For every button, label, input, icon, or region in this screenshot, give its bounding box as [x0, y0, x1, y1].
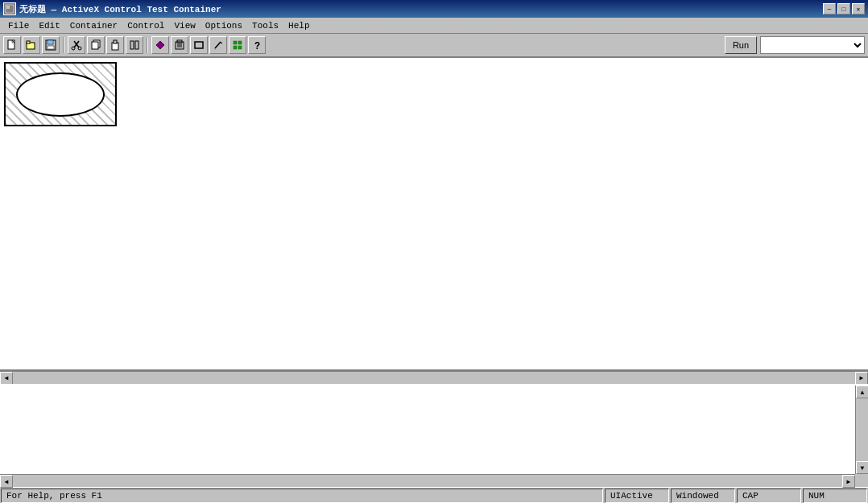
title-bar: 无标题 — ActiveX Control Test Container ─ □… [0, 0, 868, 18]
svg-rect-29 [234, 41, 237, 44]
save-button[interactable] [42, 36, 60, 54]
status-help: For Help, press F1 [1, 489, 603, 503]
properties-button[interactable] [126, 36, 143, 54]
title-bar-text: 无标题 — ActiveX Control Test Container [19, 3, 820, 15]
new-button[interactable] [3, 36, 21, 54]
menu-options[interactable]: Options [200, 19, 247, 32]
svg-rect-25 [195, 42, 203, 48]
svg-rect-32 [238, 46, 242, 49]
svg-rect-18 [135, 41, 138, 49]
svg-rect-31 [234, 46, 237, 49]
maximize-button[interactable]: □ [837, 3, 850, 14]
svg-rect-16 [114, 40, 117, 43]
output-vscroll-up[interactable]: ▲ [856, 385, 868, 398]
separator-2 [147, 37, 148, 53]
menu-bar: File Edit Container Control View Options… [0, 18, 868, 34]
cut-button[interactable] [68, 36, 85, 54]
status-cap: CAP [737, 489, 801, 503]
workspace-hscroll-right[interactable]: ▶ [855, 372, 868, 385]
svg-marker-19 [156, 41, 164, 49]
grid-button[interactable] [229, 36, 246, 54]
menu-container[interactable]: Container [65, 19, 122, 32]
status-bar: For Help, press F1 UIActive Windowed CAP… [0, 487, 868, 503]
close-button[interactable]: ✕ [852, 3, 865, 14]
rectangle-button[interactable] [190, 36, 208, 54]
output-area: ▲ ▼ ◀ ▶ [0, 384, 868, 487]
title-bar-buttons: ─ □ ✕ [823, 3, 865, 14]
activex-ellipse [16, 72, 105, 117]
output-vscroll-down[interactable]: ▼ [856, 461, 868, 474]
svg-text:?: ? [254, 41, 260, 51]
svg-rect-5 [27, 41, 30, 43]
svg-rect-1 [6, 6, 10, 9]
menu-help[interactable]: Help [283, 19, 314, 32]
output-hscroll-track [13, 475, 842, 487]
output-hscroll[interactable]: ◀ ▶ [0, 474, 855, 487]
status-num: NUM [803, 489, 867, 503]
menu-file[interactable]: File [3, 19, 34, 32]
output-vscroll[interactable]: ▲ ▼ [855, 385, 868, 474]
output-hscroll-left[interactable]: ◀ [0, 475, 13, 488]
paste-button[interactable] [106, 36, 124, 54]
menu-tools[interactable]: Tools [247, 19, 283, 32]
minimize-button[interactable]: ─ [823, 3, 836, 14]
svg-rect-14 [92, 42, 98, 49]
toolbar: ? Run [0, 34, 868, 58]
svg-point-12 [78, 47, 81, 50]
run-dropdown[interactable] [760, 36, 865, 54]
output-vscroll-track [856, 398, 868, 461]
workspace [0, 58, 868, 371]
svg-rect-30 [238, 41, 242, 44]
title-bar-icon [3, 2, 16, 15]
run-area: Run [725, 36, 865, 54]
menu-control[interactable]: Control [122, 19, 169, 32]
activex-control[interactable] [4, 62, 117, 126]
svg-rect-17 [130, 41, 134, 49]
menu-view[interactable]: View [169, 19, 200, 32]
insert-button[interactable] [151, 36, 169, 54]
output-hscroll-right[interactable]: ▶ [842, 475, 855, 488]
svg-point-11 [72, 47, 75, 50]
status-uiactive: UIActive [605, 489, 669, 503]
copy-button[interactable] [87, 36, 105, 54]
svg-rect-8 [48, 46, 54, 49]
main-container: ◀ ▶ ▲ ▼ ◀ ▶ [0, 58, 868, 487]
status-windowed: Windowed [671, 489, 735, 503]
corner-box [855, 474, 868, 487]
svg-marker-27 [221, 42, 222, 44]
workspace-hscroll[interactable]: ◀ ▶ [0, 371, 868, 384]
svg-rect-7 [48, 40, 53, 44]
remove-button[interactable] [171, 36, 188, 54]
svg-line-26 [215, 42, 221, 48]
separator-1 [63, 37, 64, 53]
pencil-button[interactable] [209, 36, 227, 54]
menu-edit[interactable]: Edit [34, 19, 64, 32]
open-button[interactable] [23, 36, 40, 54]
help-toolbar-button[interactable]: ? [248, 36, 266, 54]
workspace-hscroll-left[interactable]: ◀ [0, 372, 13, 385]
run-button[interactable]: Run [725, 36, 757, 54]
